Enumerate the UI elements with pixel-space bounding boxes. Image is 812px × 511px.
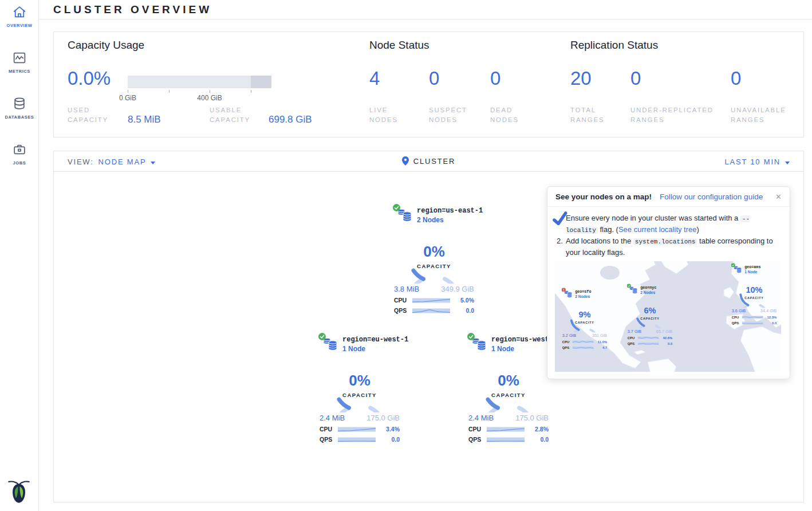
cluster-overview-page: OVERVIEW METRICS DATABASES bbox=[0, 0, 812, 511]
qps-sparkline bbox=[412, 307, 450, 314]
node-group-icon bbox=[629, 286, 638, 295]
capacity-usage-title: Capacity Usage bbox=[68, 39, 144, 52]
locality-tree-link[interactable]: See current locality tree bbox=[618, 225, 697, 234]
capacity-tick bbox=[169, 90, 170, 93]
breadcrumb-label: CLUSTER bbox=[413, 157, 455, 166]
region-total-capacity: 34.4 GiB bbox=[760, 308, 776, 313]
region-used-capacity: 3.7 GiB bbox=[628, 329, 641, 333]
cockroachdb-logo-icon bbox=[8, 479, 30, 506]
qps-label: QPS bbox=[320, 436, 338, 443]
cpu-value: 12.3% bbox=[763, 315, 777, 319]
qps-label: QPS bbox=[468, 436, 487, 443]
cpu-label: CPU bbox=[628, 336, 638, 340]
capacity-label: CAPACITY bbox=[403, 263, 466, 269]
capacity-percent: 10% bbox=[736, 285, 772, 294]
health-check-icon bbox=[467, 332, 475, 343]
region-card-us-west-1[interactable]: region=us-west-1 1 Node 0% CAPACITY 2.4 … bbox=[466, 335, 551, 443]
node-group-icon bbox=[564, 290, 573, 299]
step-number: 2. bbox=[557, 236, 563, 247]
region-total-capacity: 175.0 GiB bbox=[515, 414, 549, 422]
cpu-value: 3.4% bbox=[376, 426, 400, 433]
capacity-tick bbox=[251, 90, 251, 93]
cpu-label: CPU bbox=[394, 297, 412, 304]
capacity-gauge: 6% CAPACITY bbox=[632, 298, 668, 329]
region-name: geo=nyc bbox=[640, 285, 656, 290]
under-replicated-ranges-label: UNDER-REPLICATED RANGES bbox=[630, 105, 714, 125]
breadcrumb[interactable]: CLUSTER bbox=[54, 156, 803, 166]
health-check-icon bbox=[318, 332, 326, 343]
region-used-capacity: 2.4 MiB bbox=[320, 414, 345, 422]
capacity-label: CAPACITY bbox=[736, 296, 772, 300]
popup-header: See your nodes on a map! Follow our conf… bbox=[547, 187, 790, 207]
configuration-guide-link[interactable]: Follow our configuration guide bbox=[660, 192, 763, 201]
used-capacity-label: USED CAPACITY bbox=[68, 105, 108, 125]
qps-label: QPS bbox=[394, 307, 412, 314]
cpu-sparkline bbox=[742, 315, 763, 319]
qps-label: QPS bbox=[732, 321, 742, 325]
capacity-percent: 0% bbox=[328, 372, 391, 390]
time-range-selector[interactable]: LAST 10 MIN bbox=[724, 158, 790, 166]
popup-title: See your nodes on a map! bbox=[555, 192, 652, 201]
location-pin-icon bbox=[402, 156, 409, 166]
sidebar-item-databases[interactable]: DATABASES bbox=[0, 96, 39, 120]
capacity-percent: 6% bbox=[632, 305, 668, 315]
qps-sparkline bbox=[742, 321, 763, 325]
sidebar-item-jobs[interactable]: JOBS bbox=[0, 142, 39, 166]
region-total-capacity: 175.0 GiB bbox=[366, 414, 400, 422]
setup-step-2: 2. Add locations to the system.locations… bbox=[557, 236, 781, 258]
capacity-gauge: 9% CAPACITY bbox=[567, 302, 602, 333]
sidebar-item-metrics[interactable]: METRICS bbox=[0, 50, 39, 74]
region-card-eu-west-1[interactable]: region=eu-west-1 1 Node 0% CAPACITY 2.4 … bbox=[317, 335, 403, 443]
system-locations-code: system.locations bbox=[633, 238, 697, 245]
region-nodes: 2 Nodes bbox=[640, 290, 656, 295]
sidebar-item-label: METRICS bbox=[0, 69, 39, 74]
sidebar-item-overview[interactable]: OVERVIEW bbox=[0, 5, 39, 28]
node-status-title: Node Status bbox=[369, 39, 429, 52]
region-nodes-link[interactable]: 1 Node bbox=[342, 345, 408, 353]
region-card-us-east-1[interactable]: region=us-east-1 2 Nodes 0% CAPACITY 3.8… bbox=[391, 206, 477, 314]
capacity-label: CAPACITY bbox=[567, 321, 602, 324]
capacity-percent: 0% bbox=[477, 372, 540, 390]
step-text: Ensure every node in your cluster was st… bbox=[566, 214, 740, 222]
region-nodes: 1 Node bbox=[744, 270, 760, 274]
qps-value: 0.0 bbox=[525, 436, 549, 443]
qps-value: 0.0 bbox=[450, 307, 474, 314]
unavailable-ranges-count: 0 bbox=[731, 68, 741, 89]
region-used-capacity: 3.6 GiB bbox=[732, 308, 746, 313]
region-used-capacity: 2.4 MiB bbox=[468, 414, 494, 422]
mini-region-card-nyc: geo=nyc 2 Nodes 6% CAPACITY bbox=[626, 285, 674, 345]
qps-value: 0.0 bbox=[659, 341, 673, 345]
region-total-capacity: 349.9 GiB bbox=[441, 285, 474, 293]
time-range-value: LAST 10 MIN bbox=[724, 158, 781, 166]
cpu-value: 5.0% bbox=[450, 297, 474, 304]
usable-capacity-label: USABLE CAPACITY bbox=[210, 105, 250, 125]
region-used-capacity: 3.2 GiB bbox=[562, 333, 576, 337]
suspect-nodes-count: 0 bbox=[429, 68, 439, 89]
page-title: CLUSTER OVERVIEW bbox=[53, 3, 212, 16]
usable-capacity-value: 699.8 GiB bbox=[269, 114, 312, 125]
node-group-icon bbox=[397, 208, 413, 224]
step-text: ) bbox=[697, 225, 699, 234]
health-check-icon bbox=[731, 263, 735, 269]
sidebar: OVERVIEW METRICS DATABASES bbox=[0, 0, 39, 511]
home-icon bbox=[0, 5, 39, 19]
qps-sparkline bbox=[338, 436, 376, 443]
capacity-label: CAPACITY bbox=[632, 317, 668, 320]
sidebar-item-label: JOBS bbox=[0, 160, 39, 166]
map-setup-popup: See your nodes on a map! Follow our conf… bbox=[547, 186, 790, 379]
briefcase-icon bbox=[0, 142, 39, 157]
cpu-value: 2.8% bbox=[525, 426, 549, 433]
region-nodes: 2 Nodes bbox=[575, 294, 591, 299]
example-node-map-image: geo=sfo 2 Nodes 9% CAPACITY bbox=[555, 261, 781, 372]
under-replicated-ranges-count: 0 bbox=[630, 68, 641, 89]
node-group-icon bbox=[734, 265, 743, 274]
capacity-percent: 0.0% bbox=[68, 68, 111, 89]
region-name: region=us-east-1 bbox=[417, 207, 483, 215]
close-icon[interactable]: ✕ bbox=[775, 192, 782, 201]
region-nodes-link[interactable]: 2 Nodes bbox=[417, 216, 483, 224]
capacity-bar-reserved-segment bbox=[251, 76, 271, 88]
region-total-capacity: 65.7 GiB bbox=[656, 329, 672, 333]
health-check-icon bbox=[393, 203, 400, 214]
qps-value: 0.0 bbox=[763, 321, 777, 325]
cpu-label: CPU bbox=[320, 426, 338, 433]
